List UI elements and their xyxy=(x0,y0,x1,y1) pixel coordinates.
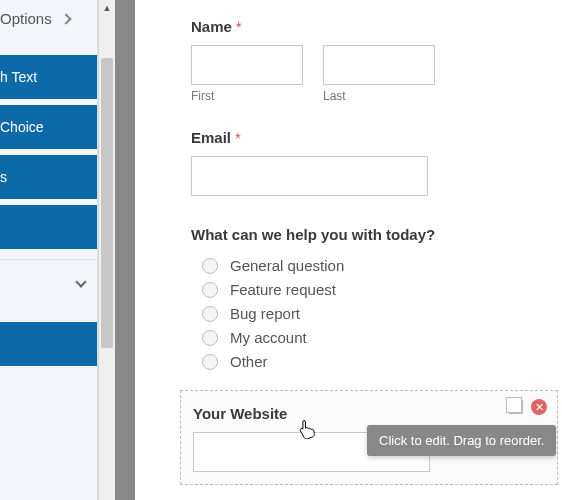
help-radio-group: General question Feature request Bug rep… xyxy=(191,257,562,370)
radio-icon xyxy=(202,330,218,346)
radio-icon xyxy=(202,306,218,322)
label-text: Email xyxy=(191,129,231,146)
radio-option[interactable]: General question xyxy=(191,257,562,274)
section-expand[interactable] xyxy=(0,260,97,304)
radio-label: Bug report xyxy=(230,305,300,322)
required-asterisk: * xyxy=(236,18,242,35)
email-field-label: Email * xyxy=(191,129,562,146)
help-field-label: What can we help you with today? xyxy=(191,226,562,243)
label-text: What can we help you with today? xyxy=(191,226,435,243)
field-options-toggle[interactable]: Options xyxy=(0,0,97,37)
first-name-sublabel: First xyxy=(191,89,303,103)
panel-gutter xyxy=(115,0,135,500)
scroll-thumb[interactable] xyxy=(101,58,113,348)
sidebar-scrollbar[interactable]: ▲ xyxy=(98,0,115,500)
field-type-label: Choice xyxy=(0,119,44,135)
radio-icon xyxy=(202,258,218,274)
chevron-right-icon xyxy=(60,13,71,24)
delete-icon[interactable]: ✕ xyxy=(531,399,547,415)
name-field-label: Name * xyxy=(191,18,562,35)
radio-label: Other xyxy=(230,353,268,370)
duplicate-icon[interactable] xyxy=(509,400,523,414)
radio-option[interactable]: Bug report xyxy=(191,305,562,322)
label-text: Your Website xyxy=(193,405,287,422)
radio-option[interactable]: Feature request xyxy=(191,281,562,298)
field-type-button-3[interactable] xyxy=(0,205,97,249)
field-tools: ✕ xyxy=(509,399,547,415)
scroll-up-button[interactable]: ▲ xyxy=(99,0,115,15)
first-name-input[interactable] xyxy=(191,45,303,85)
chevron-down-icon xyxy=(75,276,86,287)
website-field-label: Your Website xyxy=(193,405,545,422)
radio-label: Feature request xyxy=(230,281,336,298)
first-name-column: First xyxy=(191,45,303,103)
field-type-button-0[interactable]: h Text xyxy=(0,55,97,99)
last-name-input[interactable] xyxy=(323,45,435,85)
radio-label: General question xyxy=(230,257,344,274)
radio-label: My account xyxy=(230,329,307,346)
field-options-label: Options xyxy=(0,10,52,27)
label-text: Name xyxy=(191,18,232,35)
field-type-button-1[interactable]: Choice xyxy=(0,105,97,149)
field-type-label: h Text xyxy=(0,69,37,85)
sidebar-panel: Options h Text Choice s xyxy=(0,0,98,500)
last-name-sublabel: Last xyxy=(323,89,435,103)
radio-option[interactable]: Other xyxy=(191,353,562,370)
last-name-column: Last xyxy=(323,45,435,103)
radio-option[interactable]: My account xyxy=(191,329,562,346)
triangle-up-icon: ▲ xyxy=(103,3,112,13)
field-type-button-2[interactable]: s xyxy=(0,155,97,199)
required-asterisk: * xyxy=(235,129,241,146)
radio-icon xyxy=(202,354,218,370)
email-input[interactable] xyxy=(191,156,428,196)
field-hover-tooltip: Click to edit. Drag to reorder. xyxy=(367,425,556,456)
field-type-button-4[interactable] xyxy=(0,322,97,366)
radio-icon xyxy=(202,282,218,298)
field-type-label: s xyxy=(0,169,7,185)
